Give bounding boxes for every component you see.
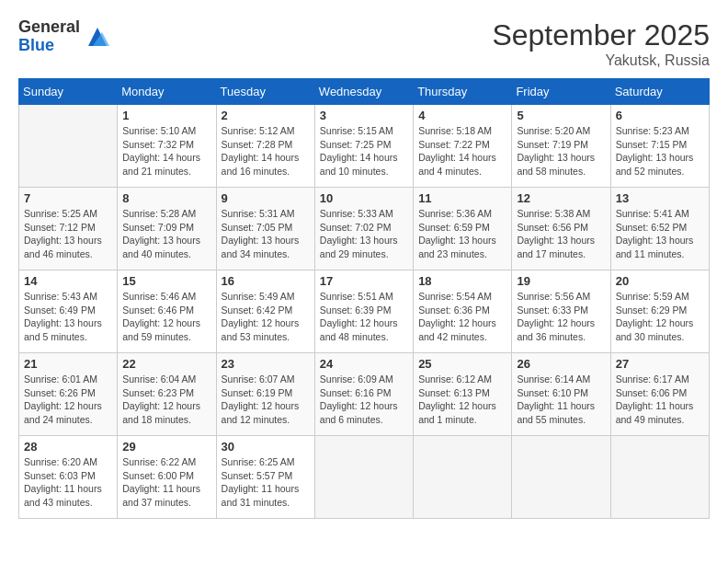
day-info: Sunrise: 6:12 AMSunset: 6:13 PMDaylight:…	[418, 373, 506, 427]
day-info: Sunrise: 6:07 AMSunset: 6:19 PMDaylight:…	[222, 373, 310, 427]
day-number: 1	[122, 109, 210, 122]
day-info: Sunrise: 6:22 AMSunset: 6:00 PMDaylight:…	[122, 455, 210, 510]
calendar-cell: 13Sunrise: 5:41 AMSunset: 6:52 PMDayligh…	[610, 188, 709, 270]
calendar-cell: 20Sunrise: 5:59 AMSunset: 6:29 PMDayligh…	[610, 270, 709, 353]
weekday-header-monday: Monday	[118, 79, 216, 105]
day-info: Sunrise: 6:01 AMSunset: 6:26 PMDaylight:…	[24, 373, 112, 427]
calendar-cell: 19Sunrise: 5:56 AMSunset: 6:33 PMDayligh…	[512, 270, 610, 353]
calendar-cell: 3Sunrise: 5:15 AMSunset: 7:25 PMDaylight…	[314, 105, 413, 188]
day-number: 10	[320, 191, 408, 205]
weekday-header-saturday: Saturday	[610, 79, 709, 105]
day-info: Sunrise: 5:31 AMSunset: 7:05 PMDaylight:…	[222, 207, 310, 261]
day-number: 7	[24, 191, 112, 205]
day-info: Sunrise: 5:23 AMSunset: 7:15 PMDaylight:…	[616, 124, 704, 178]
day-number: 28	[24, 440, 112, 454]
day-number: 17	[320, 274, 408, 288]
calendar-cell: 8Sunrise: 5:28 AMSunset: 7:09 PMDaylight…	[118, 188, 216, 270]
day-info: Sunrise: 5:18 AMSunset: 7:22 PMDaylight:…	[418, 124, 506, 178]
logo: General Blue	[18, 18, 111, 55]
day-info: Sunrise: 5:51 AMSunset: 6:39 PMDaylight:…	[320, 290, 408, 344]
day-info: Sunrise: 5:49 AMSunset: 6:42 PMDaylight:…	[222, 290, 310, 344]
day-info: Sunrise: 5:25 AMSunset: 7:12 PMDaylight:…	[24, 207, 112, 261]
calendar-cell: 24Sunrise: 6:09 AMSunset: 6:16 PMDayligh…	[314, 353, 413, 436]
calendar-cell: 7Sunrise: 5:25 AMSunset: 7:12 PMDaylight…	[19, 188, 118, 270]
day-info: Sunrise: 5:41 AMSunset: 6:52 PMDaylight:…	[616, 207, 704, 261]
calendar-cell: 14Sunrise: 5:43 AMSunset: 6:49 PMDayligh…	[19, 270, 118, 353]
calendar-cell: 12Sunrise: 5:38 AMSunset: 6:56 PMDayligh…	[512, 188, 610, 270]
day-number: 14	[24, 274, 112, 288]
day-number: 5	[517, 109, 605, 122]
day-info: Sunrise: 5:59 AMSunset: 6:29 PMDaylight:…	[616, 290, 704, 344]
day-number: 13	[616, 191, 704, 205]
calendar-week-row: 7Sunrise: 5:25 AMSunset: 7:12 PMDaylight…	[19, 188, 710, 270]
calendar-cell: 5Sunrise: 5:20 AMSunset: 7:19 PMDaylight…	[512, 105, 610, 188]
weekday-header-wednesday: Wednesday	[314, 79, 413, 105]
calendar-cell	[19, 105, 118, 188]
day-info: Sunrise: 5:12 AMSunset: 7:28 PMDaylight:…	[222, 124, 310, 178]
calendar-cell: 10Sunrise: 5:33 AMSunset: 7:02 PMDayligh…	[314, 188, 413, 270]
day-number: 12	[517, 191, 605, 205]
calendar-cell: 17Sunrise: 5:51 AMSunset: 6:39 PMDayligh…	[314, 270, 413, 353]
logo-general: General	[18, 18, 80, 37]
calendar-week-row: 1Sunrise: 5:10 AMSunset: 7:32 PMDaylight…	[19, 105, 710, 188]
day-number: 9	[222, 191, 310, 205]
day-number: 18	[418, 274, 506, 288]
day-number: 19	[517, 274, 605, 288]
day-number: 2	[222, 109, 310, 122]
day-number: 27	[616, 357, 704, 371]
day-number: 23	[222, 357, 310, 371]
day-number: 29	[122, 440, 210, 454]
calendar-cell: 2Sunrise: 5:12 AMSunset: 7:28 PMDaylight…	[216, 105, 314, 188]
weekday-header-thursday: Thursday	[414, 79, 512, 105]
logo-icon	[84, 23, 111, 51]
day-info: Sunrise: 5:43 AMSunset: 6:49 PMDaylight:…	[24, 290, 112, 344]
calendar-cell: 27Sunrise: 6:17 AMSunset: 6:06 PMDayligh…	[610, 353, 709, 436]
weekday-header-row: SundayMondayTuesdayWednesdayThursdayFrid…	[19, 79, 710, 105]
calendar-week-row: 21Sunrise: 6:01 AMSunset: 6:26 PMDayligh…	[19, 353, 710, 436]
weekday-header-sunday: Sunday	[19, 79, 118, 105]
calendar-cell: 22Sunrise: 6:04 AMSunset: 6:23 PMDayligh…	[118, 353, 216, 436]
day-info: Sunrise: 6:09 AMSunset: 6:16 PMDaylight:…	[320, 373, 408, 427]
calendar-cell: 21Sunrise: 6:01 AMSunset: 6:26 PMDayligh…	[19, 353, 118, 436]
day-info: Sunrise: 5:20 AMSunset: 7:19 PMDaylight:…	[517, 124, 605, 178]
day-number: 16	[222, 274, 310, 288]
day-number: 11	[418, 191, 506, 205]
day-number: 25	[418, 357, 506, 371]
title-block: September 2025 Yakutsk, Russia	[492, 18, 710, 69]
day-info: Sunrise: 5:56 AMSunset: 6:33 PMDaylight:…	[517, 290, 605, 344]
location-subtitle: Yakutsk, Russia	[492, 52, 710, 69]
calendar-cell: 11Sunrise: 5:36 AMSunset: 6:59 PMDayligh…	[414, 188, 512, 270]
day-info: Sunrise: 5:33 AMSunset: 7:02 PMDaylight:…	[320, 207, 408, 261]
day-info: Sunrise: 6:04 AMSunset: 6:23 PMDaylight:…	[122, 373, 210, 427]
calendar-cell: 4Sunrise: 5:18 AMSunset: 7:22 PMDaylight…	[414, 105, 512, 188]
day-number: 26	[517, 357, 605, 371]
day-number: 30	[222, 440, 310, 454]
calendar-cell: 23Sunrise: 6:07 AMSunset: 6:19 PMDayligh…	[216, 353, 314, 436]
calendar-cell: 30Sunrise: 6:25 AMSunset: 5:57 PMDayligh…	[216, 436, 314, 519]
calendar-cell: 1Sunrise: 5:10 AMSunset: 7:32 PMDaylight…	[118, 105, 216, 188]
day-number: 8	[122, 191, 210, 205]
calendar-cell	[314, 436, 413, 519]
day-info: Sunrise: 5:38 AMSunset: 6:56 PMDaylight:…	[517, 207, 605, 261]
day-info: Sunrise: 6:14 AMSunset: 6:10 PMDaylight:…	[517, 373, 605, 427]
calendar-week-row: 28Sunrise: 6:20 AMSunset: 6:03 PMDayligh…	[19, 436, 710, 519]
month-year-title: September 2025	[492, 18, 710, 52]
calendar-cell: 26Sunrise: 6:14 AMSunset: 6:10 PMDayligh…	[512, 353, 610, 436]
day-number: 15	[122, 274, 210, 288]
day-number: 6	[616, 109, 704, 122]
day-info: Sunrise: 6:17 AMSunset: 6:06 PMDaylight:…	[616, 373, 704, 427]
calendar-cell: 28Sunrise: 6:20 AMSunset: 6:03 PMDayligh…	[19, 436, 118, 519]
day-number: 20	[616, 274, 704, 288]
calendar-cell: 18Sunrise: 5:54 AMSunset: 6:36 PMDayligh…	[414, 270, 512, 353]
calendar-cell: 25Sunrise: 6:12 AMSunset: 6:13 PMDayligh…	[414, 353, 512, 436]
day-info: Sunrise: 5:36 AMSunset: 6:59 PMDaylight:…	[418, 207, 506, 261]
calendar-table: SundayMondayTuesdayWednesdayThursdayFrid…	[18, 78, 710, 519]
calendar-cell	[610, 436, 709, 519]
day-number: 22	[122, 357, 210, 371]
page-header: General Blue September 2025 Yakutsk, Rus…	[18, 18, 710, 69]
calendar-cell	[414, 436, 512, 519]
logo-blue: Blue	[18, 37, 80, 55]
day-info: Sunrise: 6:20 AMSunset: 6:03 PMDaylight:…	[24, 455, 112, 510]
day-info: Sunrise: 5:46 AMSunset: 6:46 PMDaylight:…	[122, 290, 210, 344]
calendar-cell: 6Sunrise: 5:23 AMSunset: 7:15 PMDaylight…	[610, 105, 709, 188]
